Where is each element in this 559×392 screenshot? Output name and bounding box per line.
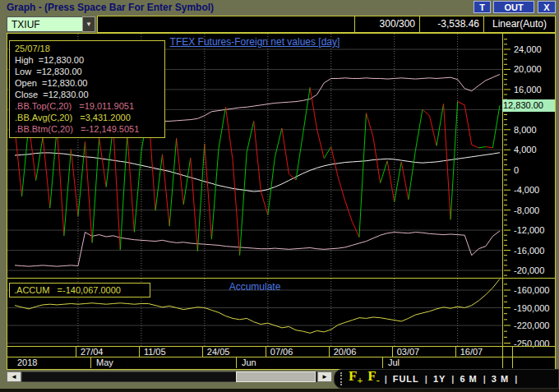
y-axis-label: -16,000 — [514, 246, 544, 256]
y-axis-label: 16,000 — [514, 85, 542, 95]
chart-area[interactable]: TFEX Futures-Foreign net values [day] Ac… — [7, 33, 556, 370]
axis-cell-divider — [266, 347, 266, 357]
axis-cell-divider — [502, 357, 503, 368]
date-tick-label: 20/06 — [334, 347, 357, 357]
axis-cell-divider — [382, 357, 383, 368]
window-titlebar: Graph - (Press Space Bar For Enter Symbo… — [0, 0, 559, 15]
date-tick-label: 03/07 — [397, 347, 420, 357]
x-axis-months: 2018MayJunJul — [7, 357, 555, 370]
tools-button[interactable]: T — [474, 1, 491, 13]
y-axis-label: 20,000 — [514, 64, 542, 75]
x-axis-dates: 27/0411/0524/0507/0620/0603/0716/07 — [7, 346, 555, 357]
y-axis-label: 24,000 — [514, 44, 542, 55]
chevron-down-icon[interactable]: ▼ — [82, 16, 95, 32]
date-tick-label: 24/05 — [207, 347, 230, 357]
tooltip-bbtop: .BB.Top(C,20) =19,011.9051 — [15, 100, 164, 112]
tooltip-date: 25/07/18 — [15, 43, 164, 54]
axis-cell-divider — [455, 347, 456, 357]
y-axis-label: 0 — [514, 165, 519, 176]
toolbar-separator: | — [451, 374, 454, 384]
chart-scrollbar[interactable]: ◄ ► — [7, 371, 332, 382]
zoom-in-button[interactable]: F+ — [349, 368, 363, 389]
window-bottom-edge — [0, 389, 559, 392]
symbol-entry-field[interactable] — [97, 16, 355, 33]
axis-cell-divider — [90, 357, 91, 368]
range-button-1y[interactable]: 1Y — [433, 374, 446, 384]
symbol-select[interactable]: TXIUF — [7, 16, 82, 32]
tooltip-high: High =12,830.00 — [15, 54, 164, 66]
range-toolbar: F+F-|FULL|1Y|6 M|3 M| — [334, 369, 559, 389]
range-button-6m[interactable]: 6 M — [460, 374, 477, 384]
date-tick-label: 27/04 — [81, 347, 104, 357]
y-axis-label: 4,000 — [514, 145, 537, 155]
axis-cell-divider — [329, 347, 330, 357]
drag-grip-icon[interactable] — [340, 372, 344, 385]
panel-separator — [7, 278, 555, 279]
range-button-3m[interactable]: 3 M — [492, 374, 509, 384]
axis-cell-divider — [392, 347, 393, 357]
axis-cell-divider — [202, 347, 203, 357]
month-tick-label: 2018 — [17, 357, 37, 368]
month-tick-label: Jun — [242, 357, 256, 368]
tooltip-bbavg: .BB.Avg(C,20) =3,431.2000 — [15, 112, 164, 123]
axis-cell-divider — [76, 347, 76, 357]
last-price-badge: 12,830.00 — [502, 99, 555, 112]
out-button[interactable]: OUT — [493, 1, 534, 13]
y-axis-label: -190,000 — [514, 303, 549, 314]
y-axis-label: -20,000 — [514, 265, 544, 276]
month-tick-label: Jul — [388, 357, 400, 368]
toolbar-separator: | — [385, 374, 387, 384]
scroll-left-icon[interactable]: ◄ — [7, 371, 21, 382]
axis-cell-divider — [512, 357, 513, 368]
window-title: Graph - (Press Space Bar For Enter Symbo… — [7, 2, 214, 13]
y-axis-label: -8,000 — [514, 205, 539, 216]
toolbar-separator: | — [483, 374, 486, 384]
tooltip-bbbtm: .BB.Btm(C,20) =-12,149.5051 — [15, 123, 164, 135]
bars-loaded-indicator: 300/300 — [354, 16, 420, 33]
scrollbar-thumb[interactable] — [236, 371, 316, 382]
tooltip-low: Low =12,830.00 — [15, 66, 164, 77]
tooltip-open: Open =12,830.00 — [15, 77, 164, 89]
accum-value-label: .ACCUM =-140,067.0000 — [9, 283, 150, 297]
y-axis: 24,00020,00016,0008,0004,0000-4,000-8,00… — [502, 34, 555, 346]
net-value-indicator: -3,538.46 — [419, 16, 484, 33]
axis-cell-divider — [512, 347, 513, 357]
month-tick-label: May — [96, 357, 113, 368]
y-axis-label: -160,000 — [514, 285, 549, 296]
date-tick-label: 07/06 — [270, 347, 293, 357]
tooltip-close: Close =12,830.00 — [15, 89, 164, 100]
toolbar-separator: | — [425, 374, 427, 384]
close-button[interactable]: X — [538, 1, 556, 13]
y-axis-ticks — [503, 34, 513, 346]
y-axis-label: -4,000 — [514, 185, 539, 196]
date-tick-label: 11/05 — [144, 347, 166, 357]
data-tooltip: 25/07/18 High =12,830.00 Low =12,830.00 … — [9, 40, 165, 138]
axis-cell-divider — [502, 347, 503, 357]
scale-mode-selector[interactable]: Linear(Auto) — [483, 16, 556, 33]
range-button-full[interactable]: FULL — [393, 374, 419, 384]
scroll-right-icon[interactable]: ► — [317, 371, 332, 382]
axis-cell-divider — [139, 347, 140, 357]
toolbar-separator: | — [515, 374, 517, 384]
axis-cell-divider — [236, 357, 237, 368]
zoom-out-button[interactable]: F- — [367, 368, 379, 389]
y-axis-label: 8,000 — [514, 125, 537, 136]
y-axis-label: -220,000 — [514, 321, 549, 331]
date-tick-label: 16/07 — [460, 347, 483, 357]
y-axis-label: -12,000 — [514, 225, 544, 236]
